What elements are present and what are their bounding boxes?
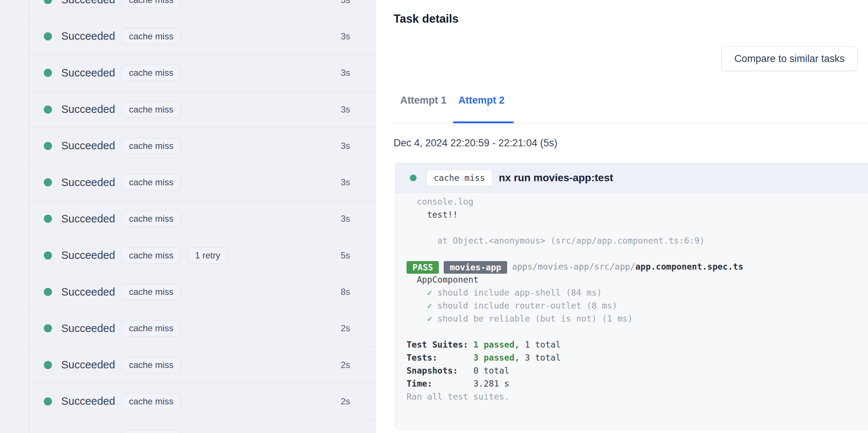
cache-status-badge: cache miss: [121, 357, 181, 373]
task-row[interactable]: Succeededcache miss2s: [29, 310, 376, 347]
task-status-icon: [44, 142, 52, 150]
task-row[interactable]: Succeededcache miss2s: [29, 383, 376, 420]
cache-status-badge: cache miss: [121, 393, 181, 410]
terminal-line: [407, 325, 868, 338]
task-row[interactable]: Succeededcache miss3s: [29, 164, 376, 201]
terminal-line: at Object.<anonymous> (src/app/app.compo…: [407, 234, 868, 247]
terminal-text: , 1 total: [515, 340, 561, 349]
task-row[interactable]: Succeededcache miss2s: [29, 347, 376, 383]
cache-status-badge: cache miss: [121, 101, 181, 118]
terminal-line: AppComponent: [407, 273, 868, 286]
terminal-text: ✓: [427, 301, 437, 310]
terminal-text: should be reliable (but is not) (1 ms): [437, 314, 633, 323]
task-status-icon: [44, 105, 52, 114]
terminal-text: [407, 301, 427, 310]
cache-status-badge: cache miss: [121, 430, 181, 433]
page-title: Task details: [394, 12, 459, 26]
task-status-icon: [44, 69, 52, 77]
retry-badge: 1 retry: [187, 247, 228, 264]
cache-status-badge: cache miss: [121, 211, 181, 227]
task-details-panel: Task details Compare to similar tasks At…: [376, 0, 868, 433]
terminal-line: [407, 221, 868, 234]
terminal-text: test!!: [407, 210, 458, 219]
task-status-label: Succeeded: [61, 103, 115, 115]
terminal-text: 3 passed: [473, 353, 515, 362]
task-status-icon: [44, 361, 52, 369]
task-row[interactable]: Succeededcache miss3s: [29, 201, 376, 237]
task-row[interactable]: Succeededcache miss1 retry5s: [29, 237, 376, 274]
terminal-text: 0 total: [473, 366, 509, 375]
task-row[interactable]: Succeededcache miss3s: [29, 128, 376, 164]
task-status-icon: [44, 251, 52, 260]
terminal-text: Test Suites:: [407, 340, 473, 349]
task-row[interactable]: Succeededcache miss3s: [29, 91, 376, 128]
task-status-icon: [410, 175, 417, 181]
task-row[interactable]: Succeededcache miss: [29, 420, 376, 433]
terminal-text: ✓: [427, 314, 437, 323]
task-duration: 3s: [341, 0, 350, 5]
compare-to-similar-tasks-button[interactable]: Compare to similar tasks: [721, 46, 858, 71]
project-name-badge: movies-app: [444, 261, 507, 274]
terminal-text: at Object.<anonymous> (src/app/app.compo…: [407, 236, 705, 245]
terminal-text: Ran all test suites.: [407, 392, 509, 401]
terminal-line: test!!: [407, 208, 868, 221]
task-duration: 3s: [341, 68, 350, 78]
task-output-card-header[interactable]: cache miss nx run movies-app:test: [395, 163, 868, 193]
terminal-text: AppComponent: [407, 275, 479, 284]
terminal-text: console.log: [407, 197, 473, 206]
task-duration: 3s: [341, 177, 350, 188]
terminal-text: apps/movies-app/src/app/: [512, 262, 635, 271]
task-duration: 5s: [341, 250, 350, 261]
terminal-text: Tests:: [407, 353, 473, 362]
task-status-label: Succeeded: [61, 176, 115, 189]
terminal-line: Ran all test suites.: [407, 390, 868, 403]
terminal-text: Time:: [407, 379, 473, 388]
task-status-label: Succeeded: [61, 249, 115, 261]
task-duration: 2s: [341, 396, 350, 407]
task-status-label: Succeeded: [61, 322, 115, 335]
terminal-text: [407, 288, 427, 297]
terminal-text: , 3 total: [515, 353, 561, 362]
task-list-panel: Succeededcache miss3sSucceededcache miss…: [0, 0, 376, 433]
task-status-label: Succeeded: [61, 286, 115, 298]
terminal-line: ✓ should include router-outlet (8 ms): [407, 299, 868, 312]
terminal-line: Tests: 3 passed, 3 total: [407, 351, 868, 364]
cache-status-badge: cache miss: [121, 28, 181, 45]
task-row[interactable]: Succeededcache miss3s: [29, 55, 376, 91]
terminal-line: PASSmovies-appapps/movies-app/src/app/ap…: [407, 260, 868, 273]
terminal-line: Time: 3.281 s: [407, 377, 868, 390]
task-status-icon: [44, 32, 52, 40]
cache-status-badge: cache miss: [121, 320, 181, 336]
tab-attempt-2[interactable]: Attempt 2: [459, 95, 505, 106]
cache-status-badge: cache miss: [121, 138, 181, 154]
task-row[interactable]: Succeededcache miss3s: [29, 0, 376, 18]
task-duration: 3s: [341, 141, 350, 151]
task-status-icon: [44, 215, 52, 223]
task-status-icon: [44, 397, 52, 406]
tab-attempt-1[interactable]: Attempt 1: [400, 95, 447, 106]
task-duration: 2s: [341, 323, 350, 333]
cache-status-badge: cache miss: [121, 0, 181, 8]
terminal-text: should include app-shell (84 ms): [437, 288, 602, 297]
task-output-card: cache miss nx run movies-app:test consol…: [395, 163, 868, 430]
task-duration: 8s: [341, 287, 350, 297]
cache-status-badge: cache miss: [121, 65, 181, 81]
terminal-text: app.component.spec.ts: [635, 262, 743, 271]
task-status-label: Succeeded: [61, 213, 115, 225]
task-list-gutter-divider: [29, 0, 29, 433]
task-status-icon: [44, 0, 52, 4]
active-tab-underline: [453, 121, 514, 123]
terminal-text: [407, 314, 427, 323]
task-row[interactable]: Succeededcache miss8s: [29, 274, 376, 310]
terminal-text: should include router-outlet (8 ms): [437, 301, 617, 310]
task-command-title: nx run movies-app:test: [499, 172, 613, 184]
task-duration: 2s: [341, 360, 350, 370]
task-status-label: Succeeded: [61, 67, 115, 79]
terminal-line: Test Suites: 1 passed, 1 total: [407, 338, 868, 351]
terminal-text: 1 passed: [473, 340, 515, 349]
terminal-text: 3.281 s: [473, 379, 509, 388]
terminal-line: [407, 247, 868, 260]
task-row[interactable]: Succeededcache miss3s: [29, 18, 376, 55]
attempt-date-range: Dec 4, 2024 22:20:59 - 22:21:04 (5s): [394, 137, 557, 149]
task-status-icon: [44, 288, 52, 296]
